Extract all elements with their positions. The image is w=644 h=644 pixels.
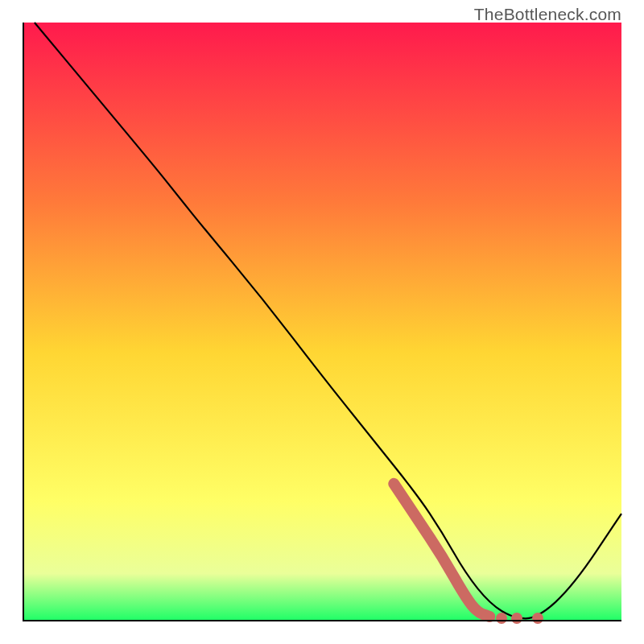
chart-curves xyxy=(23,23,621,621)
x-axis xyxy=(23,620,621,621)
highlight-dot xyxy=(496,613,507,624)
highlight-dot xyxy=(511,613,522,624)
highlight-dot xyxy=(532,613,543,624)
y-axis xyxy=(23,23,24,621)
bottleneck-curve xyxy=(35,23,621,618)
chart-frame xyxy=(23,23,621,621)
watermark-text: TheBottleneck.com xyxy=(474,5,621,24)
highlight-band xyxy=(394,484,489,617)
